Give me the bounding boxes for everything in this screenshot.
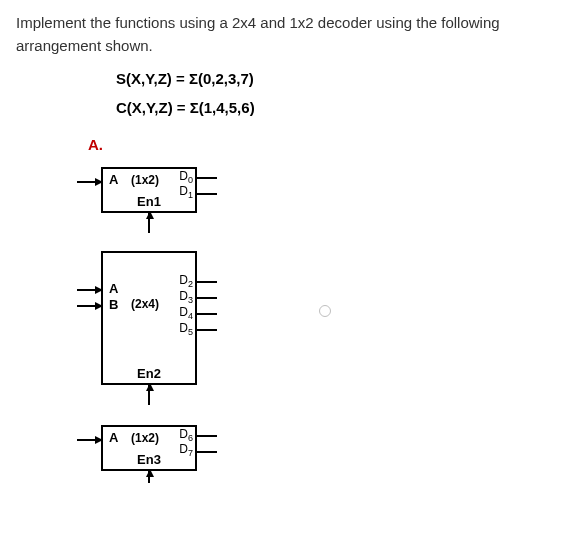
enable-label: En1 [137, 194, 161, 209]
input-a-label: A [109, 430, 118, 445]
block-type-label: (1x2) [131, 431, 159, 445]
output-line-icon [197, 177, 217, 179]
arrow-in-icon [77, 439, 101, 441]
equation-s: S(X,Y,Z) = Σ(0,2,3,7) [116, 65, 550, 94]
output-d4-label: D4 [179, 305, 193, 321]
output-line-icon [197, 193, 217, 195]
output-d6-label: D6 [179, 427, 193, 443]
output-d5-label: D5 [179, 321, 193, 337]
decoder-2x4: A B (2x4) En2 D2 D3 D4 D5 [101, 251, 197, 385]
output-d7-label: D7 [179, 442, 193, 458]
output-d3-label: D3 [179, 289, 193, 305]
output-d1-label: D1 [179, 184, 193, 200]
output-d2-label: D2 [179, 273, 193, 289]
enable-arrow-icon [148, 213, 150, 233]
problem-statement: Implement the functions using a 2x4 and … [16, 12, 550, 57]
output-d0-label: D0 [179, 169, 193, 185]
arrow-in-icon [77, 181, 101, 183]
block-type-label: (1x2) [131, 173, 159, 187]
output-line-icon [197, 297, 217, 299]
decoder-1x2-top: A (1x2) En1 D0 D1 [101, 167, 197, 213]
enable-arrow-icon [148, 471, 150, 483]
equations-block: S(X,Y,Z) = Σ(0,2,3,7) C(X,Y,Z) = Σ(1,4,5… [116, 65, 550, 122]
input-b-label: B [109, 297, 118, 312]
equation-c: C(X,Y,Z) = Σ(1,4,5,6) [116, 94, 550, 123]
output-line-icon [197, 281, 217, 283]
input-a-label: A [109, 281, 118, 296]
enable-arrow-icon [148, 385, 150, 405]
output-line-icon [197, 313, 217, 315]
output-line-icon [197, 451, 217, 453]
arrow-in-icon [77, 289, 101, 291]
decoder-diagram: A (1x2) En1 D0 D1 A B (2x4) En2 D2 D3 D4… [101, 167, 550, 471]
output-line-icon [197, 435, 217, 437]
decoder-1x2-bottom: A (1x2) En3 D6 D7 [101, 425, 197, 471]
arrow-in-icon [77, 305, 101, 307]
enable-label: En3 [137, 452, 161, 467]
input-a-label: A [109, 172, 118, 187]
output-line-icon [197, 329, 217, 331]
block-type-label: (2x4) [131, 297, 159, 311]
faint-circle [319, 305, 331, 317]
enable-label: En2 [137, 366, 161, 381]
part-label: A. [88, 136, 550, 153]
